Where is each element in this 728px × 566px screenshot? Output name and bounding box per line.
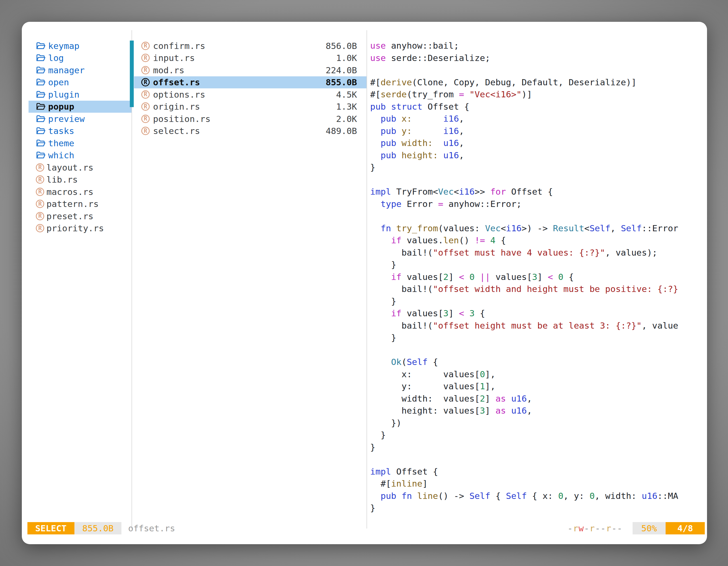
file-row-input-rs[interactable]: Rinput.rs1.0K (134, 52, 367, 64)
file-row-origin-rs[interactable]: Rorigin.rs1.3K (134, 101, 367, 113)
sidebar-item-label: open (48, 77, 69, 87)
sidebar-item-label: plugin (48, 90, 79, 100)
code-line: pub fn line() -> Self { Self { x: 0, y: … (370, 490, 707, 502)
file-row-select-rs[interactable]: Rselect.rs489.0B (134, 125, 367, 137)
code-line: bail!("offset must have 4 values: {:?}",… (370, 247, 707, 259)
rust-file-icon: R (36, 200, 44, 208)
code-line: } (370, 259, 707, 271)
code-line: pub y: i16, (370, 125, 707, 137)
sidebar-item-pattern-rs[interactable]: Rpattern.rs (29, 198, 131, 210)
code-line: bail!("offset height must be at least 3:… (370, 319, 707, 332)
file-name: position.rs (153, 114, 333, 124)
code-line: #[derive(Clone, Copy, Debug, Default, De… (370, 76, 707, 89)
sidebar-item-log[interactable]: log (29, 52, 131, 64)
code-line: y: values[1], (370, 380, 707, 393)
parent-directory-pane: keymaplogmanageropenpluginpopuppreviewta… (29, 40, 131, 234)
file-row-mod-rs[interactable]: Rmod.rs224.0B (134, 64, 367, 76)
code-line: } (370, 441, 707, 454)
code-line (370, 453, 707, 466)
file-preview-pane: use anyhow::bail;use serde::Deserialize;… (370, 40, 707, 516)
file-size: 855.0B (326, 77, 357, 87)
file-row-offset-rs[interactable]: Roffset.rs855.0B (134, 76, 367, 89)
code-line: pub height: u16, (370, 149, 707, 162)
file-name: offset.rs (153, 77, 322, 87)
sidebar-item-label: theme (48, 138, 74, 148)
current-pane-indicator (130, 41, 134, 107)
folder-open-icon (36, 126, 46, 136)
sidebar-item-open[interactable]: open (29, 76, 131, 89)
code-line (370, 344, 707, 356)
file-permissions: -rw-r--r-- (567, 523, 623, 533)
file-name: input.rs (153, 53, 333, 63)
sidebar-item-preset-rs[interactable]: Rpreset.rs (29, 210, 131, 222)
sidebar-item-label: layout.rs (46, 163, 93, 173)
sidebar-item-label: preview (48, 114, 85, 124)
file-size: 2.0K (336, 114, 357, 124)
rust-file-icon: R (141, 102, 150, 111)
code-line (370, 174, 707, 186)
sidebar-item-layout-rs[interactable]: Rlayout.rs (29, 161, 131, 174)
file-name: mod.rs (153, 65, 322, 75)
code-line: Ok(Self { (370, 356, 707, 368)
folder-open-icon (36, 77, 46, 87)
rust-file-icon: R (141, 127, 150, 135)
file-size: 1.3K (336, 102, 357, 112)
folder-open-icon (36, 65, 46, 75)
rust-file-icon: R (141, 78, 150, 86)
code-line: type Error = anyhow::Error; (370, 198, 707, 210)
rust-file-icon: R (36, 163, 44, 172)
sidebar-item-popup[interactable]: popup (29, 101, 131, 113)
sidebar-item-label: macros.rs (46, 187, 93, 197)
sidebar-item-label: which (48, 150, 74, 160)
sidebar-item-label: preset.rs (46, 211, 93, 221)
code-line: fn try_from(values: Vec<i16>) -> Result<… (370, 222, 707, 235)
code-line: #[inline] (370, 478, 707, 490)
sidebar-item-label: keymap (48, 41, 79, 51)
rust-file-icon: R (141, 54, 150, 62)
file-name: confirm.rs (153, 41, 322, 51)
sidebar-item-priority-rs[interactable]: Rpriority.rs (29, 222, 131, 235)
sidebar-item-manager[interactable]: manager (29, 64, 131, 76)
yazi-file-manager-window: keymaplogmanageropenpluginpopuppreviewta… (22, 22, 707, 544)
folder-open-icon (36, 41, 46, 51)
sidebar-item-keymap[interactable]: keymap (29, 40, 131, 52)
folder-open-icon (36, 150, 46, 160)
code-line: }) (370, 417, 707, 429)
file-size: 4.5K (336, 90, 357, 100)
code-line: if values.len() != 4 { (370, 234, 707, 247)
mode-badge: SELECT (27, 522, 74, 534)
rust-file-icon: R (141, 115, 150, 123)
rust-file-icon: R (36, 212, 44, 220)
rust-file-icon: R (36, 175, 44, 184)
folder-open-icon (36, 90, 46, 100)
sidebar-item-label: pattern.rs (46, 199, 99, 209)
sidebar-item-lib-rs[interactable]: Rlib.rs (29, 174, 131, 186)
file-size: 856.0B (326, 41, 357, 51)
sidebar-item-plugin[interactable]: plugin (29, 88, 131, 101)
file-row-position-rs[interactable]: Rposition.rs2.0K (134, 113, 367, 125)
code-line: #[serde(try_from = "Vec<i16>")] (370, 88, 707, 101)
rust-file-icon: R (36, 224, 44, 233)
sidebar-item-tasks[interactable]: tasks (29, 125, 131, 137)
code-line: use anyhow::bail; (370, 40, 707, 52)
rust-file-icon: R (141, 90, 150, 99)
sidebar-item-macros-rs[interactable]: Rmacros.rs (29, 186, 131, 198)
sidebar-item-theme[interactable]: theme (29, 137, 131, 149)
file-row-confirm-rs[interactable]: Rconfirm.rs856.0B (134, 40, 367, 52)
sidebar-item-label: tasks (48, 126, 74, 136)
code-line: } (370, 502, 707, 514)
sidebar-item-label: manager (48, 65, 85, 75)
file-name: select.rs (153, 126, 322, 136)
status-filename: offset.rs (128, 523, 175, 533)
code-line: } (370, 332, 707, 344)
code-line (370, 210, 707, 222)
code-line: x: values[0], (370, 368, 707, 380)
file-size: 1.0K (336, 53, 357, 63)
sidebar-item-which[interactable]: which (29, 149, 131, 162)
current-directory-pane: Rconfirm.rs856.0BRinput.rs1.0KRmod.rs224… (134, 40, 367, 137)
pane-separator-right (367, 30, 367, 529)
folder-open-icon (36, 114, 46, 124)
sidebar-item-preview[interactable]: preview (29, 113, 131, 125)
file-row-options-rs[interactable]: Roptions.rs4.5K (134, 88, 367, 101)
status-bar: SELECT 855.0B offset.rs -rw-r--r-- 50% 4… (22, 522, 707, 534)
